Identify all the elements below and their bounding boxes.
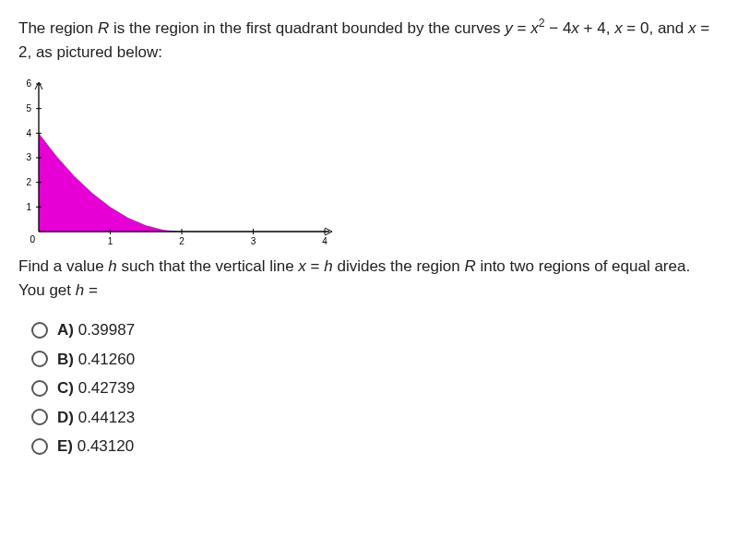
region-fill — [39, 133, 182, 232]
text-fragment: such that the vertical line — [117, 257, 299, 275]
radio-icon — [31, 380, 48, 397]
text-fragment: = 0, and — [623, 19, 688, 37]
answer-option-b[interactable]: B) 0.41260 — [31, 348, 720, 372]
answer-value: 0.44123 — [78, 409, 135, 426]
text-fragment: The region — [18, 19, 98, 37]
variable-x: x — [614, 19, 623, 37]
answer-value: 0.43120 — [77, 437, 134, 455]
variable-R: R — [98, 19, 109, 37]
chart-svg: 1 2 3 4 5 6 0 1 2 3 — [18, 77, 337, 247]
svg-text:0: 0 — [30, 234, 35, 244]
radio-icon — [31, 351, 48, 367]
answer-text: C) 0.42739 — [57, 376, 135, 400]
answer-label: D) — [57, 409, 74, 426]
variable-x: x — [688, 19, 696, 37]
answer-text: E) 0.43120 — [57, 435, 134, 459]
question-intro: The region R is the region in the first … — [18, 17, 720, 64]
answer-text: B) 0.41260 — [57, 348, 135, 372]
text-fragment: is the region in the first quadrant boun… — [109, 19, 505, 37]
answer-option-c[interactable]: C) 0.42739 — [31, 376, 720, 400]
answer-option-d[interactable]: D) 0.44123 — [31, 406, 720, 430]
answer-label: A) — [57, 321, 74, 339]
answer-value: 0.42739 — [78, 379, 135, 397]
svg-text:1: 1 — [108, 236, 113, 246]
variable-R: R — [464, 257, 475, 275]
variable-y: y — [505, 19, 513, 37]
text-fragment: + 4, — [579, 19, 614, 37]
svg-text:5: 5 — [26, 103, 31, 113]
answer-label: B) — [57, 351, 74, 368]
variable-x: x — [530, 19, 539, 37]
svg-text:6: 6 — [26, 78, 31, 89]
variable-h: h — [324, 257, 332, 275]
text-fragment: = — [306, 257, 324, 275]
answer-option-e[interactable]: E) 0.43120 — [31, 435, 720, 459]
variable-h: h — [108, 257, 116, 275]
answer-value: 0.39987 — [78, 321, 135, 339]
svg-text:4: 4 — [322, 236, 327, 246]
svg-text:2: 2 — [26, 177, 31, 187]
svg-text:1: 1 — [26, 202, 31, 212]
variable-h: h — [76, 281, 84, 299]
question-followup: Find a value h such that the vertical li… — [18, 255, 720, 302]
answer-label: C) — [57, 379, 74, 397]
answer-label: E) — [57, 437, 73, 455]
radio-icon — [31, 409, 48, 425]
radio-icon — [31, 322, 48, 339]
svg-text:4: 4 — [26, 128, 31, 138]
answer-list: A) 0.39987 B) 0.41260 C) 0.42739 D) 0.44… — [31, 318, 720, 459]
svg-text:3: 3 — [251, 236, 256, 246]
exponent: 2 — [539, 17, 545, 30]
text-fragment: = — [513, 19, 530, 37]
variable-x: x — [571, 19, 579, 37]
variable-x: x — [298, 257, 306, 275]
radio-icon — [31, 438, 48, 455]
region-chart: 1 2 3 4 5 6 0 1 2 3 — [18, 77, 720, 247]
text-fragment: − 4 — [545, 19, 572, 37]
text-fragment: Find a value — [18, 257, 108, 275]
svg-text:2: 2 — [179, 236, 184, 246]
text-fragment: divides the region — [333, 257, 465, 275]
text-fragment: = — [84, 281, 98, 299]
answer-text: A) 0.39987 — [57, 318, 135, 342]
svg-text:3: 3 — [26, 152, 31, 162]
answer-value: 0.41260 — [78, 351, 135, 368]
answer-text: D) 0.44123 — [57, 406, 135, 430]
answer-option-a[interactable]: A) 0.39987 — [31, 318, 720, 342]
